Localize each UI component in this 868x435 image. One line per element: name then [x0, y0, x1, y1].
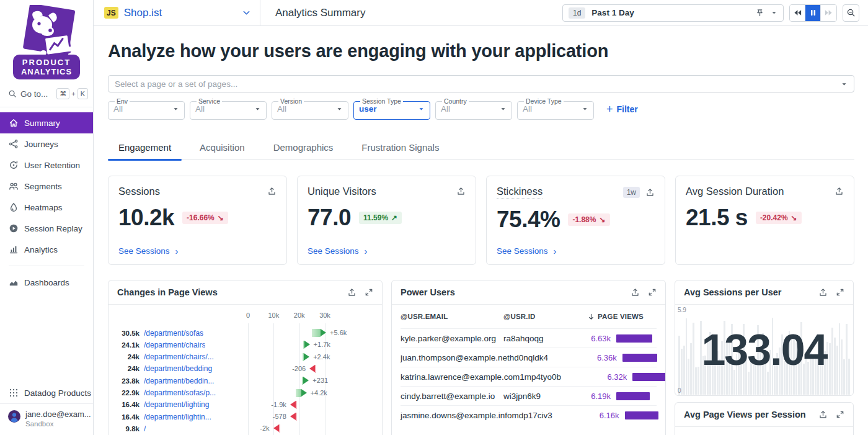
- time-controls: 1d Past 1 Day: [562, 4, 868, 22]
- tab-frustration-signals[interactable]: Frustration Signals: [351, 137, 450, 159]
- page-link[interactable]: /department/chairs: [144, 341, 205, 349]
- column-header-label: PAGE VIEWS: [598, 313, 644, 320]
- sidebar-item-heatmaps[interactable]: Heatmaps: [0, 197, 93, 218]
- add-filter-label: Filter: [617, 104, 638, 114]
- export-button[interactable]: [818, 288, 828, 297]
- sidebar-item-dashboards[interactable]: Dashboards: [0, 272, 93, 293]
- page-views-cell: 6.36k: [593, 353, 617, 362]
- export-button[interactable]: [631, 288, 640, 297]
- sidebar-item-analytics[interactable]: Analytics: [0, 239, 93, 260]
- expand-icon: [836, 410, 844, 419]
- tab-demographics[interactable]: Demographics: [263, 137, 344, 159]
- increase-arrow: [303, 353, 309, 361]
- filter-value: All: [441, 104, 450, 114]
- filter-env[interactable]: EnvAll: [108, 97, 185, 120]
- column-header-page-views[interactable]: PAGE VIEWS: [587, 313, 657, 321]
- export-button[interactable]: [818, 410, 828, 419]
- page-views-row: 9.8k/: [116, 423, 247, 434]
- avg-sessions-chart: 5.9 133.04 0: [675, 305, 853, 395]
- export-button[interactable]: [645, 188, 655, 197]
- app-selector[interactable]: JS Shop.ist: [94, 0, 260, 25]
- sidebar-item-user-retention[interactable]: User Retention: [0, 155, 93, 176]
- page-link[interactable]: /department/sofas/p...: [144, 388, 216, 397]
- page-link[interactable]: /department/chairs/...: [144, 352, 214, 361]
- sidebar: PRODUCT ANALYTICS Go to... ⌘ + K Summary…: [0, 0, 94, 435]
- filter-version[interactable]: VersionAll: [272, 97, 348, 120]
- table-row[interactable]: kyle.parker@example.orgra8ahqoqg6.63k: [401, 328, 657, 348]
- filter-bar: EnvAllServiceAllVersionAllSession Typeus…: [108, 97, 854, 120]
- kpi-delta-badge: -16.66%↘: [182, 212, 228, 224]
- page-link[interactable]: /department/lightin...: [144, 413, 211, 421]
- filter-country[interactable]: CountryAll: [435, 97, 512, 120]
- sidebar-item-session-replay[interactable]: Session Replay: [0, 218, 93, 239]
- sidebar-item-journeys[interactable]: Journeys: [0, 133, 93, 155]
- export-button[interactable]: [456, 187, 466, 196]
- filter-service[interactable]: ServiceAll: [190, 97, 267, 120]
- expand-button[interactable]: [365, 288, 373, 297]
- sidebar-item-datadog-products[interactable]: Datadog Products: [0, 382, 93, 403]
- sidebar-item-summary[interactable]: Summary: [0, 112, 93, 133]
- go-to-search[interactable]: Go to... ⌘ + K: [0, 82, 93, 107]
- export-button[interactable]: [267, 187, 277, 196]
- page-views-value: 24k: [116, 353, 140, 361]
- decrease-arrow: [309, 365, 316, 373]
- add-filter-button[interactable]: +Filter: [606, 104, 638, 114]
- export-button[interactable]: [835, 187, 844, 196]
- see-sessions-link[interactable]: See Sessions›: [308, 246, 368, 256]
- user-id-cell: ra8ahqoqg: [503, 334, 587, 343]
- card-header: Changes in Page Views: [108, 280, 382, 305]
- export-button[interactable]: [347, 288, 356, 297]
- column-header-usr-email[interactable]: @USR.EMAIL: [401, 313, 503, 320]
- tab-engagement[interactable]: Engagement: [108, 137, 182, 159]
- page-link[interactable]: /department/bedding: [144, 364, 212, 373]
- page-link[interactable]: /department/sofas: [144, 329, 203, 338]
- page-link[interactable]: /department/lighting: [144, 400, 209, 409]
- see-sessions-link[interactable]: See Sessions›: [118, 246, 179, 256]
- page-views-value: 16.4k: [116, 413, 140, 421]
- time-range-selector[interactable]: 1d Past 1 Day: [562, 4, 784, 22]
- expand-button[interactable]: [836, 288, 844, 297]
- caret-down-icon: [336, 105, 343, 112]
- tab-acquisition[interactable]: Acquisition: [189, 137, 255, 159]
- fast-forward-button[interactable]: [821, 5, 836, 21]
- page-link[interactable]: /department/beddin...: [144, 377, 214, 385]
- table-row[interactable]: juan.thompson@example.nethd0nqldk46.36k: [401, 348, 657, 367]
- page-link[interactable]: /: [144, 424, 146, 433]
- page-selector-input[interactable]: Select a page or a set of pages...: [108, 75, 854, 92]
- page-views-value: 30.5k: [116, 330, 140, 337]
- page-views-row: 23.8k/department/beddin...: [116, 375, 247, 387]
- change-label: -2k: [260, 424, 269, 433]
- column-header-usr-id[interactable]: @USR.ID: [503, 313, 587, 320]
- pause-button[interactable]: [805, 5, 821, 21]
- zoom-out-button[interactable]: [843, 4, 859, 22]
- playback-controls: [789, 4, 837, 22]
- chevron-right-icon: ›: [554, 246, 557, 256]
- see-sessions-link[interactable]: See Sessions›: [497, 246, 557, 256]
- page-views-row: 16.4k/department/lightin...: [116, 411, 247, 423]
- filter-session-type[interactable]: Session Typeuser: [353, 97, 430, 120]
- expand-button[interactable]: [648, 288, 657, 297]
- pin-icon[interactable]: [755, 8, 764, 17]
- user-account[interactable]: jane.doe@exam... Sandbox: [0, 403, 93, 435]
- card-header: Power Users: [392, 280, 665, 305]
- change-label: +5.6k: [330, 329, 347, 337]
- caret-down-icon: [582, 105, 588, 112]
- change-label: -1.9k: [271, 401, 286, 409]
- search-icon: [8, 89, 17, 98]
- change-label: +231: [312, 377, 328, 385]
- hero-heading: Analyze how your users are engaging with…: [108, 40, 854, 61]
- avg-sessions-per-user-card: Avg Sessions per User 5.9 133.04 0: [675, 280, 854, 396]
- page-selector-placeholder: Select a page or a set of pages...: [115, 79, 237, 89]
- rewind-button[interactable]: [790, 5, 805, 21]
- datadog-dog-logo-icon: PRODUCT ANALYTICS: [10, 5, 83, 81]
- table-row[interactable]: katrina.lawrence@example.com1mp4tyo0b6.3…: [401, 367, 657, 386]
- sidebar-item-label: Dashboards: [24, 278, 69, 287]
- sidebar-item-segments[interactable]: Segments: [0, 176, 93, 197]
- table-row[interactable]: cindy.barrett@example.iowi3jpn6k96.19k: [401, 386, 657, 405]
- changes-chart: 010k20k30k+5.6k+1.7k+2.4k-206+231+4.2k-1…: [108, 305, 382, 435]
- page-views-value: 23.8k: [116, 377, 140, 385]
- expand-button[interactable]: [836, 410, 844, 419]
- table-row[interactable]: jasmine.downs@example.infomdp17civ36.16k: [401, 405, 657, 424]
- filter-device-type[interactable]: Device TypeAll: [517, 97, 594, 120]
- gridline: [299, 323, 300, 435]
